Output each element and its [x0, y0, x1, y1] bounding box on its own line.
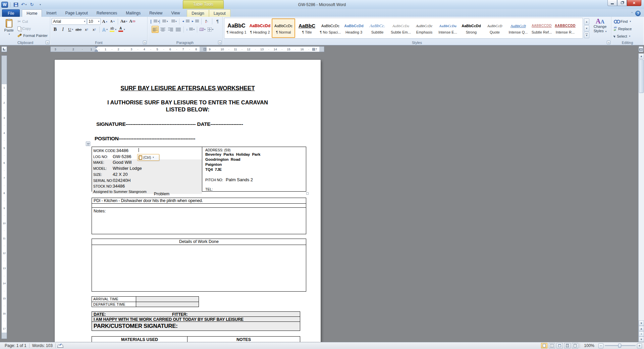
line-spacing-button[interactable]: ↕▾: [185, 26, 195, 33]
undo-button[interactable]: ↶▾: [20, 1, 27, 8]
full-screen-reading-view-button[interactable]: [549, 343, 555, 348]
ribbon-tab[interactable]: Page Layout: [61, 9, 92, 17]
style-item[interactable]: AaBbCcDc Emphasis: [413, 18, 436, 38]
print-layout-view-button[interactable]: [541, 343, 547, 348]
style-item[interactable]: AaBbCcDd Strong: [460, 18, 483, 38]
close-button[interactable]: ×: [627, 0, 641, 6]
numbering-button[interactable]: ▾: [160, 18, 168, 25]
collapse-ribbon-button[interactable]: ⌃: [631, 12, 633, 15]
left-indent-marker[interactable]: [95, 51, 98, 52]
word-count[interactable]: Words: 103: [30, 343, 55, 348]
ribbon-tab[interactable]: Home: [22, 9, 42, 17]
grow-font-button[interactable]: A▲: [101, 18, 108, 25]
help-button[interactable]: ?: [635, 11, 641, 16]
superscript-button[interactable]: x2: [91, 26, 98, 33]
style-item[interactable]: AaBbCc. Subtitle: [366, 18, 389, 38]
save-button[interactable]: [12, 1, 19, 8]
paste-button[interactable]: Paste ▾: [2, 18, 16, 40]
first-line-indent-marker[interactable]: [95, 47, 98, 48]
shading-button[interactable]: ▾: [199, 26, 206, 33]
style-item[interactable]: AaBbC ¶ Heading 1: [225, 18, 248, 38]
select-browse-object-button[interactable]: ●: [639, 331, 644, 337]
draft-view-button[interactable]: [572, 343, 578, 348]
qat-customize-button[interactable]: ▾: [37, 1, 43, 8]
bullets-button[interactable]: ▾: [152, 18, 160, 25]
style-item[interactable]: AaBbCcDd Heading 3: [342, 18, 366, 38]
justify-button[interactable]: [175, 26, 182, 33]
vertical-ruler[interactable]: 1·2·3·4·5·6·7·8·9·10·11·12·13·14·15·16·1…: [1, 55, 7, 339]
show-hide-paragraph-button[interactable]: ¶: [214, 18, 221, 25]
minimize-button[interactable]: [607, 0, 617, 6]
styles-more-button[interactable]: ▼: [584, 32, 589, 38]
select-button[interactable]: Select▾: [613, 33, 642, 40]
multilevel-list-button[interactable]: ▾: [169, 18, 177, 25]
page-indicator[interactable]: Page: 1 of 1: [2, 343, 29, 348]
tab-selector-button[interactable]: [1, 46, 7, 52]
ribbon-tab[interactable]: Mailings: [121, 9, 145, 17]
italic-button[interactable]: I: [59, 26, 66, 33]
ribbon-tab[interactable]: Design: [187, 9, 209, 17]
table-column-marker-icon[interactable]: [312, 48, 315, 51]
ribbon-tab[interactable]: Review: [145, 9, 167, 17]
font-color-button[interactable]: A▾: [118, 26, 126, 33]
style-item[interactable]: AaBbCcDc ¶ Normal: [272, 18, 295, 38]
web-layout-view-button[interactable]: [556, 343, 563, 348]
zoom-level[interactable]: 100%: [581, 343, 597, 348]
restore-button[interactable]: [617, 0, 627, 6]
style-item[interactable]: AABBCCDD Intense R...: [553, 18, 577, 38]
subscript-button[interactable]: x2: [83, 26, 90, 33]
align-left-button[interactable]: [152, 26, 159, 33]
ribbon-tab[interactable]: References: [92, 9, 121, 17]
change-case-button[interactable]: Aa▾: [120, 18, 128, 25]
bold-button[interactable]: B: [52, 26, 59, 33]
redo-button[interactable]: ↻: [29, 1, 35, 8]
ribbon-tab[interactable]: Insert: [42, 9, 61, 17]
ribbon-tab[interactable]: File: [2, 9, 20, 17]
style-item[interactable]: AaBbC ¶ Title: [295, 18, 319, 38]
styles-dialog-launcher[interactable]: ↘: [607, 41, 610, 44]
highlight-color-button[interactable]: ab▾: [109, 26, 117, 33]
scroll-down-button[interactable]: ▼: [639, 320, 644, 326]
zoom-out-button[interactable]: −: [598, 343, 603, 348]
align-right-button[interactable]: [167, 26, 174, 33]
style-item[interactable]: AABBCCDD Subtle Ref...: [530, 18, 553, 38]
shrink-font-button[interactable]: A▼: [109, 18, 116, 25]
decrease-indent-button[interactable]: ◄: [181, 18, 190, 25]
table-column-divider[interactable]: [200, 47, 207, 52]
outline-view-button[interactable]: [564, 343, 571, 348]
style-item[interactable]: AaBbCcD Intense Q...: [506, 18, 530, 38]
vertical-scrollbar[interactable]: ▲ ▼ ▲ ● ▼: [638, 53, 644, 342]
font-family-select[interactable]: Arial▾: [52, 18, 87, 25]
paste-options-button[interactable]: (Ctrl) ▾: [137, 154, 159, 161]
underline-button[interactable]: U▾: [67, 26, 74, 33]
borders-button[interactable]: ▾: [207, 26, 214, 33]
increase-indent-button[interactable]: ►: [191, 18, 200, 25]
font-dialog-launcher[interactable]: ↘: [143, 41, 147, 44]
horizontal-ruler[interactable]: 3·2·1 ·1·2·3·4·5·6·7·8 9·10·11·12·13·14·…: [50, 46, 324, 52]
style-item[interactable]: AaBbCcDc ¶ No Spaci...: [319, 18, 342, 38]
style-item[interactable]: AaBbCcDd ¶ Heading 2: [248, 18, 272, 38]
ribbon-tab[interactable]: View: [167, 9, 184, 17]
clear-formatting-button[interactable]: A: [128, 18, 136, 25]
style-item[interactable]: AaBbCcDa Subtle Em...: [389, 18, 413, 38]
text-effects-button[interactable]: A▾: [101, 26, 108, 33]
format-painter-button[interactable]: Format Painter: [16, 32, 49, 39]
ribbon-tab[interactable]: Layout: [209, 9, 230, 17]
table-move-handle-icon[interactable]: [86, 142, 90, 146]
replace-button[interactable]: ab⇄Replace: [613, 26, 642, 33]
style-item[interactable]: AaBbCcDa Intense E...: [436, 18, 460, 38]
scroll-up-button[interactable]: ▲: [639, 53, 644, 59]
cut-button[interactable]: ✂Cut: [16, 18, 49, 25]
table-resize-handle[interactable]: [306, 192, 309, 195]
view-ruler-button[interactable]: [639, 46, 643, 52]
scrollbar-thumb[interactable]: [639, 59, 644, 93]
copy-button[interactable]: Copy: [16, 25, 49, 32]
word-logo-icon[interactable]: W: [1, 2, 8, 8]
sort-button[interactable]: AZ↓: [203, 18, 210, 25]
find-button[interactable]: Find▾: [613, 18, 642, 25]
styles-scroll-down-button[interactable]: ▼: [584, 25, 589, 32]
clipboard-dialog-launcher[interactable]: ↘: [46, 41, 49, 44]
change-styles-button[interactable]: AA Change Styles ▾: [590, 18, 610, 40]
paragraph-dialog-launcher[interactable]: ↘: [218, 41, 222, 44]
font-size-select[interactable]: 10▾: [87, 18, 101, 25]
